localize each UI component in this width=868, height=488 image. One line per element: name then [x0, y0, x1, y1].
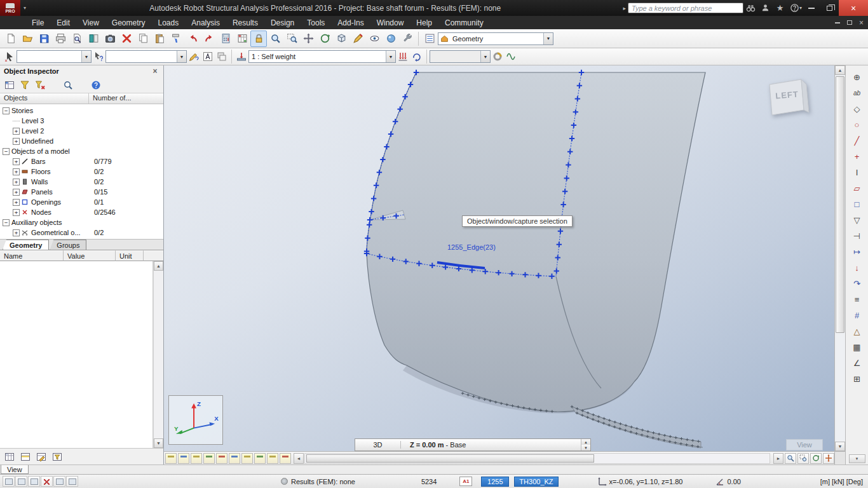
expand-icon[interactable]: + — [13, 209, 20, 216]
tree-item-stories[interactable]: −Stories — [0, 105, 163, 116]
app-logo-icon[interactable]: PRO — [0, 0, 20, 16]
osnap-toggle-icon[interactable] — [53, 476, 65, 487]
support-icon[interactable]: ▽ — [849, 212, 865, 228]
copy-icon[interactable] — [135, 30, 151, 47]
mesh-icon[interactable]: # — [849, 308, 865, 323]
expand-icon[interactable]: + — [13, 138, 20, 145]
edit-mode-icon[interactable] — [66, 476, 78, 487]
inspector-grid-icon[interactable] — [3, 78, 17, 92]
text-label-icon[interactable]: ab — [849, 85, 865, 101]
tab-view[interactable]: View — [1, 465, 29, 474]
menu-help[interactable]: Help — [410, 16, 438, 29]
tree-item-panels[interactable]: +Panels0/15 — [0, 187, 163, 197]
load-table-icon[interactable] — [396, 50, 410, 64]
profile-icon[interactable]: I — [849, 165, 865, 180]
shell-surface[interactable] — [367, 72, 705, 412]
bar-icon[interactable]: ╱ — [849, 133, 865, 149]
tree-item-undefined[interactable]: +Undefined — [0, 136, 163, 146]
tree-item-bars[interactable]: +Bars0/779 — [0, 156, 163, 166]
menu-analysis[interactable]: Analysis — [185, 16, 226, 29]
redo-icon[interactable] — [201, 30, 217, 47]
selection-lock-icon[interactable] — [250, 30, 267, 47]
opening-icon[interactable]: □ — [849, 196, 865, 212]
display-attributes-icon[interactable] — [366, 30, 383, 47]
layout-marker-icon[interactable]: A1 — [459, 477, 472, 486]
expand-icon[interactable]: + — [13, 199, 20, 206]
scroll-down-icon[interactable]: ▼ — [154, 438, 163, 448]
vibration-icon[interactable] — [505, 50, 519, 64]
toolbar-scroll-down-icon[interactable]: ▼ — [849, 454, 865, 463]
search-go-icon[interactable]: ▸ — [623, 5, 626, 11]
selected-section-badge[interactable]: TH300_KZ — [514, 477, 558, 487]
render-icon[interactable] — [383, 30, 399, 47]
claddings-icon[interactable]: ▦ — [849, 339, 865, 355]
horizontal-scrollbar[interactable] — [304, 453, 770, 464]
tree-item-level3[interactable]: Level 3 — [0, 116, 163, 126]
node-selection-arrow-icon[interactable]: ▼ — [81, 51, 91, 62]
pan-view-icon[interactable] — [823, 453, 834, 464]
level-down-icon[interactable]: ▼ — [581, 445, 590, 451]
hscroll-left-icon[interactable]: ◄ — [294, 453, 304, 464]
layout-selector-combo[interactable]: Geometry ▼ — [438, 32, 553, 45]
delete-icon[interactable] — [118, 30, 135, 47]
level-spinner[interactable]: ▲ ▼ — [581, 439, 590, 451]
section-cut-icon[interactable]: ∠ — [849, 355, 865, 371]
objects-column-header[interactable]: Objects — [0, 93, 89, 104]
collapse-icon[interactable]: − — [3, 148, 10, 155]
expand-icon[interactable]: + — [13, 189, 20, 196]
view-window-button[interactable]: View — [786, 439, 823, 451]
truss-icon[interactable]: △ — [849, 323, 865, 339]
paste-icon[interactable] — [151, 30, 168, 47]
axonometric-view-icon[interactable] — [333, 30, 349, 47]
rotate-view-icon[interactable] — [810, 453, 822, 464]
node-icon[interactable]: + — [849, 149, 865, 165]
load-case-arrow-icon[interactable]: ▼ — [386, 51, 395, 62]
filter-icon[interactable] — [18, 78, 32, 92]
zoom-window-icon[interactable] — [283, 30, 300, 47]
units-indicator[interactable]: [m] [kN] [Deg] — [820, 478, 863, 485]
analysis-mode-combo[interactable]: ▼ — [430, 50, 491, 63]
bar-selection-arrow-icon[interactable]: ▼ — [177, 51, 186, 62]
level-icon[interactable] — [234, 50, 248, 64]
favorites-star-icon[interactable]: ★ — [773, 0, 787, 16]
calculations-icon[interactable] — [234, 30, 250, 47]
tree-item-objects-of-model[interactable]: −Objects of a model — [0, 146, 163, 156]
number-column-header[interactable]: Number of... — [89, 93, 163, 104]
expand-icon[interactable]: + — [13, 158, 20, 165]
preferences-wrench-icon[interactable] — [399, 30, 416, 47]
hscroll-right-icon[interactable]: ► — [773, 453, 783, 464]
menu-design[interactable]: Design — [264, 16, 301, 29]
vertical-scrollbar[interactable]: ▲ ▼ — [834, 65, 845, 464]
load-case-combo[interactable]: 1 : Self weight ▼ — [248, 50, 396, 63]
menu-file[interactable]: File — [25, 16, 50, 29]
zoom-window-small-icon[interactable] — [797, 453, 809, 464]
print-icon[interactable] — [52, 30, 69, 47]
expand-icon[interactable]: + — [13, 229, 20, 236]
dialog-toggle-icon[interactable] — [15, 476, 27, 487]
tab-geometry[interactable]: Geometry — [3, 240, 49, 250]
level-up-icon[interactable]: ▲ — [581, 439, 590, 445]
screen-capture-icon[interactable] — [102, 30, 118, 47]
snap-delete-icon[interactable] — [41, 476, 53, 487]
pan-icon[interactable] — [300, 30, 316, 47]
vscroll-up-icon[interactable]: ▲ — [835, 65, 845, 75]
tree-item-auxiliary[interactable]: −Auxiliary objects — [0, 217, 163, 227]
expand-icon[interactable]: + — [13, 168, 20, 175]
viewport-3d[interactable]: 1255_Edge(23) Object/window/capture sele… — [164, 65, 834, 451]
offset-icon[interactable]: ↦ — [849, 244, 865, 260]
expand-icon[interactable]: + — [13, 128, 20, 135]
load-icon[interactable]: ↓ — [849, 260, 865, 276]
vscroll-down-icon[interactable]: ▼ — [835, 442, 845, 451]
selection-pointer-icon[interactable] — [3, 50, 17, 64]
bar-selection-combo[interactable]: ▼ — [105, 50, 187, 63]
results-status[interactable]: Results (FEM): none — [281, 478, 355, 485]
layout-list-icon[interactable] — [421, 30, 438, 47]
inspector-help-icon[interactable] — [89, 78, 103, 92]
menu-results[interactable]: Results — [226, 16, 264, 29]
selected-node-badge[interactable]: 1255 — [481, 477, 509, 487]
inspector-column-header[interactable]: Objects Number of... — [0, 93, 163, 104]
communication-center-icon[interactable] — [758, 0, 773, 16]
rotate-3d-icon[interactable] — [316, 30, 333, 47]
minimize-button[interactable] — [802, 0, 820, 16]
close-button[interactable]: × — [839, 0, 868, 16]
